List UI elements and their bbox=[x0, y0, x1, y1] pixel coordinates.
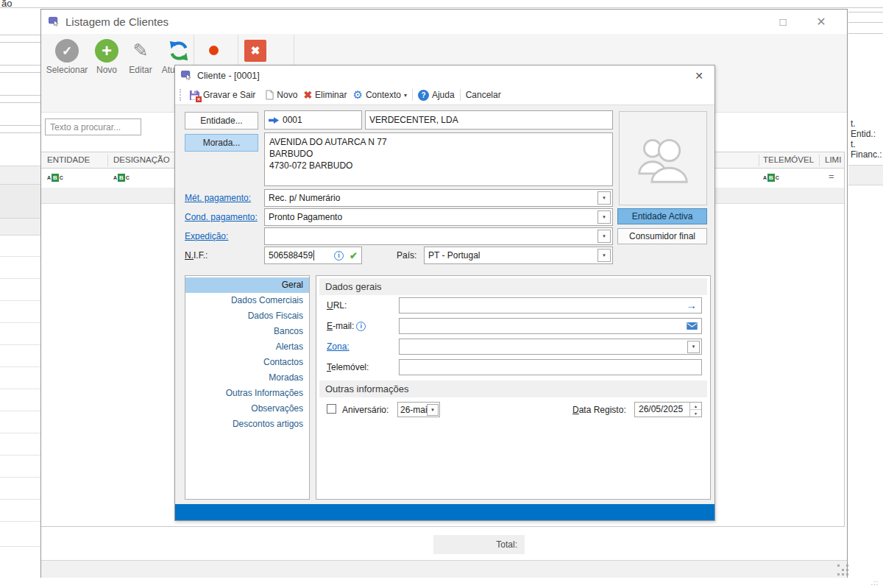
dialog-close-button[interactable]: ✕ bbox=[684, 65, 714, 85]
email-label: E-mail: i bbox=[327, 321, 366, 331]
mobile-input[interactable] bbox=[399, 359, 702, 375]
tab-contactos[interactable]: Contactos bbox=[185, 355, 309, 370]
entidade-button[interactable]: Entidade... bbox=[185, 112, 258, 130]
address-textarea[interactable]: AVENIDA DO AUTARCA N 77 BARBUDO 4730-072… bbox=[264, 132, 613, 186]
gear-icon: ⚙ bbox=[352, 88, 362, 102]
tab-dados-fiscais[interactable]: Dados Fiscais bbox=[185, 308, 309, 324]
selecionar-button[interactable]: ✓ Selecionar bbox=[44, 35, 90, 75]
spin-up-button[interactable]: ▲ bbox=[690, 403, 701, 409]
dialog-tab-list: Geral Dados Comerciais Dados Fiscais Ban… bbox=[185, 275, 310, 500]
zona-combo[interactable]: ▼ bbox=[399, 339, 702, 355]
column-header[interactable]: ENTIDADE bbox=[47, 155, 90, 164]
nif-info-icon[interactable]: i bbox=[334, 251, 344, 261]
floppy-icon: ✕ bbox=[189, 90, 200, 101]
backdrop-line bbox=[0, 7, 883, 8]
dialog-delete-button[interactable]: ✖ Eliminar bbox=[300, 89, 350, 101]
dropdown-button[interactable]: ▼ bbox=[597, 191, 611, 205]
tab-dados-comerciais[interactable]: Dados Comerciais bbox=[185, 293, 309, 308]
context-menu-button[interactable]: ⚙ Contexto ▾ bbox=[350, 88, 410, 102]
email-info-icon[interactable]: i bbox=[356, 322, 366, 331]
nif-label: N.I.F.: bbox=[185, 250, 208, 261]
final-consumer-button[interactable]: Consumidor final bbox=[617, 228, 707, 244]
reg-date-spinner[interactable]: 26/05/2025 ▲ ▼ bbox=[634, 402, 702, 417]
birthday-combo[interactable]: 26-mai ▼ bbox=[397, 402, 440, 417]
column-header[interactable]: TELEMÓVEL bbox=[763, 155, 814, 164]
tab-observacoes[interactable]: Observações bbox=[185, 401, 309, 417]
dropdown-button[interactable]: ▼ bbox=[427, 404, 439, 416]
zona-link[interactable]: Zona: bbox=[327, 341, 350, 352]
dropdown-button[interactable]: ▼ bbox=[687, 341, 700, 353]
window-resize-grip[interactable] bbox=[837, 564, 840, 567]
plus-circle-icon: + bbox=[95, 39, 118, 63]
dialog-new-button[interactable]: Novo bbox=[263, 90, 300, 100]
country-label: País: bbox=[397, 250, 416, 261]
tab-outras-informacoes[interactable]: Outras Informações bbox=[185, 386, 309, 401]
dropdown-button[interactable]: ▼ bbox=[597, 210, 611, 224]
abc-filter-icon[interactable]: ABC bbox=[763, 174, 779, 182]
general-section-header: Dados gerais bbox=[319, 278, 707, 295]
tab-alertas[interactable]: Alertas bbox=[185, 339, 309, 355]
dialog-status-bar bbox=[175, 504, 714, 520]
payment-terms-combo[interactable]: Pronto Pagamento ▼ bbox=[264, 208, 613, 226]
main-titlebar[interactable]: Listagem de Clientes bbox=[41, 10, 847, 33]
help-button[interactable]: ? Ajuda bbox=[415, 90, 458, 101]
dialog-title: Cliente - [0001] bbox=[197, 71, 260, 81]
birthday-checkbox[interactable] bbox=[327, 404, 336, 414]
dialog-cliente: Cliente - [0001] ✕ ✕ Gravar e Sair Novo … bbox=[174, 65, 715, 521]
novo-button[interactable]: + Novo bbox=[90, 35, 124, 75]
url-input[interactable]: → bbox=[399, 297, 702, 314]
abc-filter-icon[interactable]: ABC bbox=[113, 174, 130, 182]
cancel-button[interactable]: Cancelar bbox=[463, 90, 504, 100]
abc-filter-icon[interactable]: ABC bbox=[47, 174, 63, 182]
spin-down-button[interactable]: ▼ bbox=[690, 409, 701, 417]
equals-filter-icon[interactable]: = bbox=[829, 171, 834, 182]
help-icon: ? bbox=[418, 90, 429, 101]
entity-name-field[interactable]: VERDECENTER, LDA bbox=[365, 110, 613, 130]
client-photo-placeholder[interactable] bbox=[619, 111, 707, 205]
refresh-icon bbox=[168, 39, 190, 63]
dropdown-button[interactable]: ▼ bbox=[597, 230, 611, 243]
people-icon bbox=[632, 132, 694, 185]
payment-terms-link[interactable]: Cond. pagamento: bbox=[185, 212, 258, 222]
page-resize-grip[interactable]: .:: bbox=[870, 579, 879, 587]
save-exit-button[interactable]: ✕ Gravar e Sair bbox=[186, 90, 258, 101]
backdrop-entity-status-label: t. Entid.: bbox=[851, 118, 883, 139]
country-combo[interactable]: PT - Portugal ▼ bbox=[424, 247, 613, 264]
go-arrow-icon[interactable]: → bbox=[686, 299, 697, 311]
dialog-titlebar[interactable]: Cliente - [0001] bbox=[175, 65, 714, 86]
search-input[interactable]: Texto a procurar... bbox=[45, 118, 141, 135]
url-label: URL: bbox=[327, 300, 347, 311]
payment-method-combo[interactable]: Rec. p/ Numerário ▼ bbox=[264, 189, 613, 207]
column-header[interactable]: DESIGNAÇÃO bbox=[113, 155, 170, 164]
tab-bancos[interactable]: Bancos bbox=[185, 324, 309, 339]
entity-code-field[interactable]: 0001 bbox=[264, 110, 362, 130]
search-placeholder: Texto a procurar... bbox=[46, 122, 121, 132]
payment-method-link[interactable]: Mét. pagamento: bbox=[185, 193, 251, 203]
toolbar-grip[interactable] bbox=[180, 89, 182, 101]
entity-active-button[interactable]: Entidade Activa bbox=[617, 208, 707, 224]
check-circle-icon: ✓ bbox=[55, 39, 79, 63]
envelope-icon[interactable] bbox=[687, 322, 698, 330]
maximize-button[interactable]: □ bbox=[767, 10, 798, 33]
email-input[interactable] bbox=[399, 318, 702, 334]
status-bar bbox=[41, 560, 847, 578]
total-box: Total: bbox=[433, 535, 525, 554]
column-header[interactable]: LIMI bbox=[825, 155, 841, 164]
shipping-combo[interactable]: ▼ bbox=[264, 227, 613, 245]
record-dot-button[interactable] bbox=[209, 46, 219, 55]
editar-button[interactable]: ✎ Editar bbox=[124, 35, 157, 75]
other-section-header: Outras informações bbox=[319, 380, 707, 397]
tab-descontos-artigos[interactable]: Descontos artigos bbox=[185, 417, 309, 432]
tab-moradas[interactable]: Moradas bbox=[185, 370, 309, 386]
tab-geral[interactable]: Geral bbox=[185, 277, 309, 293]
shipping-link[interactable]: Expedição: bbox=[185, 231, 228, 241]
nif-valid-check-icon: ✔ bbox=[350, 250, 358, 261]
dialog-toolbar: ✕ Gravar e Sair Novo ✖ Eliminar ⚙ Contex… bbox=[175, 85, 714, 105]
dropdown-button[interactable]: ▼ bbox=[597, 249, 611, 262]
close-button[interactable]: ✕ bbox=[806, 10, 837, 33]
pencil-icon: ✎ bbox=[133, 39, 149, 63]
morada-button[interactable]: Morada... bbox=[185, 134, 258, 152]
nif-field[interactable]: 506588459 i ✔ bbox=[264, 247, 362, 264]
cancel-red-x-button[interactable]: ✖ bbox=[244, 40, 266, 62]
chevron-down-icon: ▾ bbox=[404, 92, 407, 99]
